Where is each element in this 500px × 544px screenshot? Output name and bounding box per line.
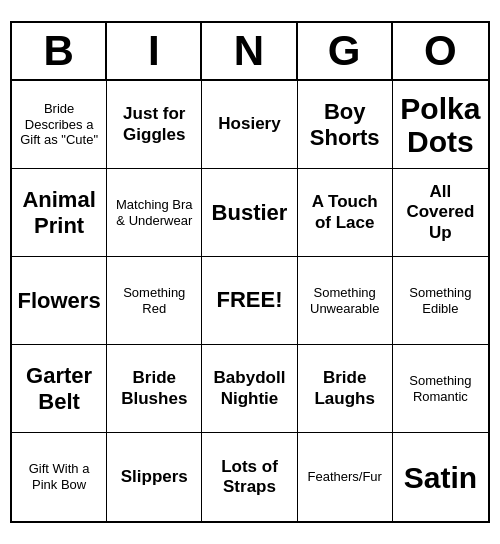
- bingo-cell-3: Boy Shorts: [298, 81, 393, 169]
- bingo-cell-8: A Touch of Lace: [298, 169, 393, 257]
- bingo-cell-10: Flowers: [12, 257, 107, 345]
- bingo-header: BINGO: [12, 23, 488, 81]
- bingo-cell-14: Something Edible: [393, 257, 488, 345]
- bingo-cell-20: Gift With a Pink Bow: [12, 433, 107, 521]
- bingo-cell-17: Babydoll Nightie: [202, 345, 297, 433]
- bingo-cell-24: Satin: [393, 433, 488, 521]
- bingo-cell-1: Just for Giggles: [107, 81, 202, 169]
- bingo-cell-23: Feathers/Fur: [298, 433, 393, 521]
- bingo-cell-15: Garter Belt: [12, 345, 107, 433]
- bingo-cell-16: Bride Blushes: [107, 345, 202, 433]
- bingo-card: BINGO Bride Describes a Gift as "Cute"Ju…: [10, 21, 490, 523]
- bingo-cell-19: Something Romantic: [393, 345, 488, 433]
- header-letter-N: N: [202, 23, 297, 79]
- bingo-cell-11: Something Red: [107, 257, 202, 345]
- bingo-cell-0: Bride Describes a Gift as "Cute": [12, 81, 107, 169]
- header-letter-O: O: [393, 23, 488, 79]
- bingo-cell-7: Bustier: [202, 169, 297, 257]
- bingo-cell-18: Bride Laughs: [298, 345, 393, 433]
- bingo-cell-13: Something Unwearable: [298, 257, 393, 345]
- bingo-cell-6: Matching Bra & Underwear: [107, 169, 202, 257]
- bingo-cell-5: Animal Print: [12, 169, 107, 257]
- bingo-cell-21: Slippers: [107, 433, 202, 521]
- bingo-cell-22: Lots of Straps: [202, 433, 297, 521]
- header-letter-B: B: [12, 23, 107, 79]
- bingo-cell-2: Hosiery: [202, 81, 297, 169]
- header-letter-I: I: [107, 23, 202, 79]
- bingo-grid: Bride Describes a Gift as "Cute"Just for…: [12, 81, 488, 521]
- bingo-cell-9: All Covered Up: [393, 169, 488, 257]
- bingo-cell-12: FREE!: [202, 257, 297, 345]
- bingo-cell-4: Polka Dots: [393, 81, 488, 169]
- header-letter-G: G: [298, 23, 393, 79]
